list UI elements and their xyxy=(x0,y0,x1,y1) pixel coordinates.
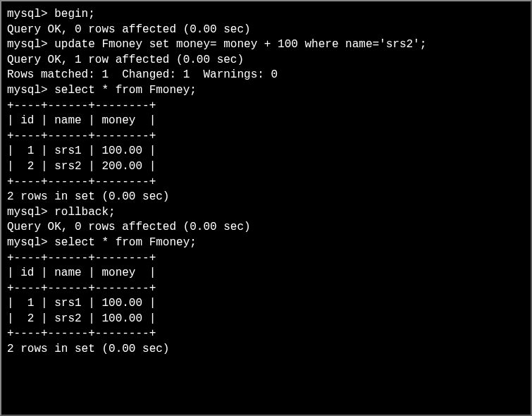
table-row: | 2 | srs2 | 100.00 | xyxy=(7,312,525,327)
terminal-line-prompt[interactable]: mysql> update Fmoney set money= money + … xyxy=(7,37,525,53)
table-header: | id | name | money | xyxy=(7,114,525,129)
table-border: +----+------+--------+ xyxy=(7,129,525,145)
table-row: | 2 | srs2 | 200.00 | xyxy=(7,159,525,175)
table-header: | id | name | money | xyxy=(7,266,525,281)
table-row: | 1 | srs1 | 100.00 | xyxy=(7,296,525,312)
terminal-line-output: Rows matched: 1 Changed: 1 Warnings: 0 xyxy=(7,68,525,83)
terminal-line-prompt[interactable]: mysql> rollback; xyxy=(7,205,525,221)
terminal-line-output: 2 rows in set (0.00 sec) xyxy=(7,190,525,205)
table-border: +----+------+--------+ xyxy=(7,281,525,297)
table-border: +----+------+--------+ xyxy=(7,251,525,267)
terminal-line-prompt[interactable]: mysql> select * from Fmoney; xyxy=(7,235,525,251)
table-row: | 1 | srs1 | 100.00 | xyxy=(7,144,525,159)
terminal-line-output: 2 rows in set (0.00 sec) xyxy=(7,342,525,357)
terminal-line-prompt[interactable]: mysql> select * from Fmoney; xyxy=(7,83,525,99)
terminal-line-prompt[interactable]: mysql> begin; xyxy=(7,7,525,23)
terminal-line-output: Query OK, 0 rows affected (0.00 sec) xyxy=(7,23,525,38)
table-border: +----+------+--------+ xyxy=(7,175,525,190)
terminal-line-output: Query OK, 1 row affected (0.00 sec) xyxy=(7,53,525,68)
terminal-line-output: Query OK, 0 rows affected (0.00 sec) xyxy=(7,220,525,235)
table-border: +----+------+--------+ xyxy=(7,326,525,342)
table-border: +----+------+--------+ xyxy=(7,99,525,114)
